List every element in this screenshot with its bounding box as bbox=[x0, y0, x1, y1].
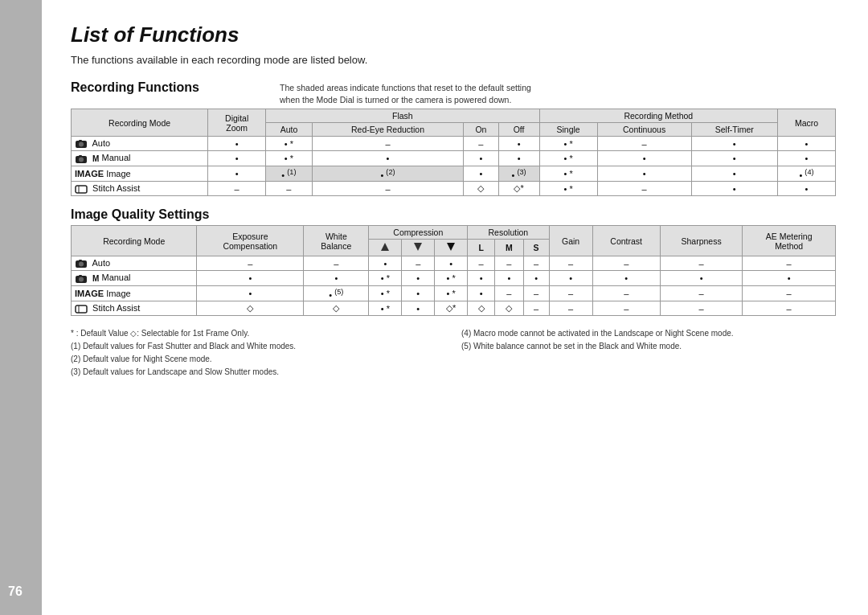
col-self-timer: Self-Timer bbox=[691, 123, 777, 137]
col-gain: Gain bbox=[549, 226, 592, 256]
col-flash-off: Off bbox=[498, 123, 539, 137]
footnotes-left: * : Default Value ◇: Selectable for 1st … bbox=[71, 327, 445, 379]
val-fa: • * bbox=[266, 151, 313, 166]
svg-rect-5 bbox=[79, 155, 82, 157]
val-foff: ◇* bbox=[498, 182, 539, 196]
col-macro: Macro bbox=[778, 109, 836, 137]
val-single: • * bbox=[539, 166, 597, 182]
val-st: • bbox=[691, 166, 777, 182]
quality-settings-table: Recording Mode ExposureCompensation Whit… bbox=[71, 225, 836, 316]
mode-cell: IMAGE Image bbox=[72, 166, 208, 182]
comp-s-icon bbox=[379, 241, 391, 252]
val-single: • * bbox=[539, 151, 597, 166]
col-comp-m bbox=[402, 240, 435, 256]
table-row: Auto – – • – • – – – – – – – bbox=[72, 256, 836, 271]
val-st: • bbox=[691, 182, 777, 196]
col-white-balance: WhiteBalance bbox=[304, 226, 369, 256]
col-res-s: S bbox=[523, 240, 549, 256]
legend: * : Default Value ◇: Selectable for 1st … bbox=[71, 327, 445, 340]
val-macro: • bbox=[778, 137, 836, 151]
stitch-icon2 bbox=[75, 304, 88, 314]
val-st: • bbox=[691, 151, 777, 166]
svg-rect-6 bbox=[76, 186, 87, 193]
val-macro: • bbox=[778, 151, 836, 166]
col-res-m: M bbox=[495, 240, 523, 256]
val-fre: – bbox=[312, 182, 463, 196]
col-flash-auto: Auto bbox=[266, 123, 313, 137]
val-fre: – bbox=[312, 137, 463, 151]
val-dz: – bbox=[208, 182, 266, 196]
val-cont: • bbox=[597, 166, 691, 182]
col-comp-l bbox=[435, 240, 468, 256]
recording-section-header: Recording Functions The shaded areas ind… bbox=[71, 80, 836, 105]
content-area: List of Functions The functions availabl… bbox=[42, 0, 868, 615]
quality-heading: Image Quality Settings bbox=[71, 207, 836, 222]
col-compression-group: Compression bbox=[369, 226, 468, 240]
mode-cell: Auto bbox=[72, 256, 197, 271]
col-comp-s bbox=[369, 240, 402, 256]
mode-cell: Stitch Assist bbox=[72, 182, 208, 196]
table-row: M Manual • • * • • • • * • • • bbox=[72, 151, 836, 166]
table-row: IMAGE Image • • (5) • * • • * • – – – – … bbox=[72, 285, 836, 301]
val-dz: • bbox=[208, 166, 266, 182]
val-fre: • (2) bbox=[312, 166, 463, 182]
col-flash-group: Flash bbox=[266, 109, 540, 123]
table-row: M Manual • • • * • • * • • • • • • • bbox=[72, 271, 836, 285]
table-row: Auto • • * – – • • * – • • bbox=[72, 137, 836, 151]
col-continuous: Continuous bbox=[597, 123, 691, 137]
camera-m-icon2 bbox=[75, 274, 88, 284]
svg-rect-13 bbox=[79, 260, 82, 261]
stitch-icon bbox=[75, 184, 88, 194]
val-foff: • (3) bbox=[498, 166, 539, 182]
mode-cell: IMAGE Image bbox=[72, 285, 197, 301]
col-recording-method-group: Recording Method bbox=[539, 109, 777, 123]
table-row: Stitch Assist – – – ◇ ◇* • * – • • bbox=[72, 182, 836, 196]
val-macro: • bbox=[778, 182, 836, 196]
col-exposure-comp: ExposureCompensation bbox=[197, 226, 304, 256]
val-fon: • bbox=[464, 151, 498, 166]
col-res-l: L bbox=[468, 240, 495, 256]
svg-point-1 bbox=[79, 142, 84, 147]
mode-cell: M Manual bbox=[72, 151, 208, 166]
recording-functions-table: Recording Mode DigitalZoom Flash Recordi… bbox=[71, 109, 836, 196]
val-macro: • (4) bbox=[778, 166, 836, 182]
val-dz: • bbox=[208, 151, 266, 166]
note-2: (2) Default value for Night Scene mode. bbox=[71, 353, 445, 366]
val-fa: – bbox=[266, 182, 313, 196]
page-title: List of Functions bbox=[71, 23, 836, 47]
col-resolution-group: Resolution bbox=[468, 226, 549, 240]
note-1: (1) Default values for Fast Shutter and … bbox=[71, 340, 445, 353]
col-flash-on: On bbox=[464, 123, 498, 137]
recording-section-note: The shaded areas indicate functions that… bbox=[280, 80, 836, 105]
val-fre: • bbox=[312, 151, 463, 166]
mode-cell: Stitch Assist bbox=[72, 301, 197, 316]
table-row: IMAGE Image • • (1) • (2) • • (3) • * • … bbox=[72, 166, 836, 182]
val-fon: • bbox=[464, 166, 498, 182]
note-3: (3) Default values for Landscape and Slo… bbox=[71, 366, 445, 379]
svg-marker-8 bbox=[381, 243, 389, 251]
val-foff: • bbox=[498, 137, 539, 151]
mode-cell: Auto bbox=[72, 137, 208, 151]
page-number-bar: 76 bbox=[0, 0, 42, 615]
val-fa: • * bbox=[266, 137, 313, 151]
camera-m-icon bbox=[75, 154, 88, 164]
svg-point-4 bbox=[79, 157, 84, 162]
col-recording-mode: Recording Mode bbox=[72, 109, 208, 137]
col-contrast: Contrast bbox=[592, 226, 660, 256]
val-fon: – bbox=[464, 137, 498, 151]
val-cont: – bbox=[597, 182, 691, 196]
footnotes-right: (4) Macro mode cannot be activated in th… bbox=[461, 327, 836, 379]
svg-rect-16 bbox=[79, 275, 82, 277]
col-single: Single bbox=[539, 123, 597, 137]
svg-point-15 bbox=[79, 277, 84, 281]
note-4: (4) Macro mode cannot be activated in th… bbox=[461, 327, 836, 340]
val-cont: • bbox=[597, 151, 691, 166]
col-recording-mode2: Recording Mode bbox=[72, 226, 197, 256]
comp-l-icon bbox=[445, 241, 457, 252]
mode-cell: M Manual bbox=[72, 271, 197, 285]
val-st: • bbox=[691, 137, 777, 151]
footnotes: * : Default Value ◇: Selectable for 1st … bbox=[71, 327, 836, 379]
note-5: (5) White balance cannot be set in the B… bbox=[461, 340, 836, 353]
comp-m-icon bbox=[412, 241, 424, 252]
svg-rect-2 bbox=[79, 140, 82, 141]
